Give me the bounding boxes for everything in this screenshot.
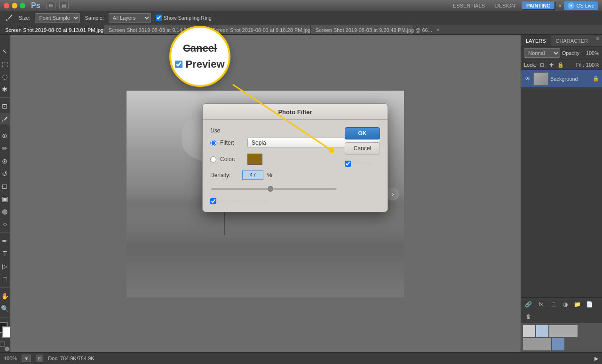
dialog-buttons: OK Cancel Preview [345,127,380,167]
density-slider-container [210,185,338,191]
preview-checkbox-row[interactable]: Preview [345,160,380,167]
preview-label: Preview [353,160,373,167]
filter-radio[interactable] [210,140,216,146]
density-label: Density: [210,172,238,178]
preserve-luminosity-checkbox[interactable] [210,198,216,204]
preserve-luminosity-label: Preserve Luminosity [218,198,269,204]
density-percent: % [267,172,272,178]
annotation-preview-text: Preview [185,58,224,70]
annotation-cancel-text: Cancel [183,42,217,54]
density-slider[interactable] [211,188,337,190]
color-swatch[interactable] [247,154,262,165]
color-radio[interactable] [210,156,216,163]
photo-filter-dialog: Photo Filter OK Cancel Preview Use Filte… [202,103,388,212]
annotation-preview-row: Preview [175,58,224,70]
dialog-overlay: Photo Filter OK Cancel Preview Use Filte… [0,0,602,364]
density-input[interactable] [242,170,263,180]
color-label: Color: [220,156,244,163]
preview-checkbox[interactable] [345,161,351,167]
density-row: Density: % [210,170,380,180]
annotation-preview-checkbox[interactable] [175,61,182,68]
dialog-title: Photo Filter [203,104,388,120]
ok-button[interactable]: OK [345,127,380,139]
filter-label: Filter: [220,139,244,146]
dialog-body: OK Cancel Preview Use Filter: Sepia [203,120,388,212]
preserve-luminosity-row[interactable]: Preserve Luminosity [210,198,380,204]
cancel-button[interactable]: Cancel [345,142,380,155]
annotation-callout: Cancel Preview [169,26,230,87]
